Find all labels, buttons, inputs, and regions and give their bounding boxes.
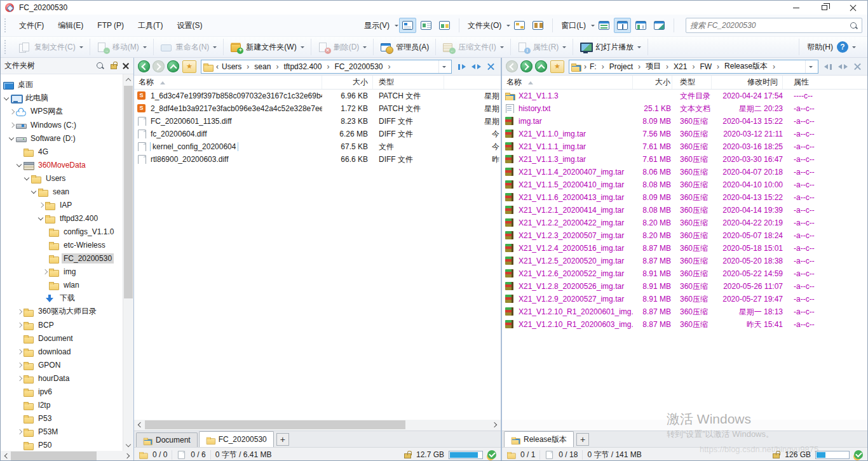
tree-expander-icon[interactable] xyxy=(16,375,24,382)
restore-button[interactable] xyxy=(810,1,839,15)
toolbar-button[interactable]: 删除(D) xyxy=(311,39,374,55)
column-header-type[interactable]: 类型 xyxy=(672,76,712,89)
folder-tab[interactable]: FC_20200530 xyxy=(199,431,274,447)
menu-item[interactable]: 工具(T) xyxy=(131,18,170,33)
toolbar-button[interactable]: 幻灯片播放 xyxy=(573,39,648,55)
toolbar-button[interactable]: 新建文件夹(W) xyxy=(224,39,311,55)
file-row[interactable]: FC_20200601_1135.diff 8.23 KB DIFF 文件 星期 xyxy=(134,115,501,128)
help-button[interactable]: 帮助(H) ? xyxy=(799,39,864,55)
view-menu[interactable]: 显示(V) xyxy=(361,20,398,31)
tree-expander-icon[interactable] xyxy=(24,175,31,182)
scroll-left-arrow[interactable] xyxy=(1,451,11,461)
pane-split-icon[interactable] xyxy=(824,62,833,71)
breadcrumb-segment[interactable]: Project xyxy=(609,62,646,71)
breadcrumb-segment[interactable]: tftpd32.400 xyxy=(283,62,334,71)
tree-item[interactable]: P50 xyxy=(1,438,123,451)
view-large-icons-button[interactable] xyxy=(436,18,453,33)
breadcrumb-segment[interactable]: 项目 xyxy=(646,61,674,72)
file-row[interactable]: X21_V1.2.2_20200422_img.tar 8.20 MB 360压… xyxy=(502,217,867,229)
tree-expander-icon[interactable] xyxy=(37,201,45,209)
pane-split-icon[interactable] xyxy=(457,62,466,71)
menu-item[interactable]: 编辑(E) xyxy=(51,18,90,33)
file-row[interactable]: X21_V1.2.6_20200522_img.tar 8.91 MB 360压… xyxy=(502,267,867,280)
toolbar-button[interactable]: 移动(M) xyxy=(90,39,154,55)
folder-tab[interactable]: Release版本 xyxy=(504,431,574,447)
column-header-size[interactable]: 大小 xyxy=(633,76,672,89)
left-horizontal-scrollbar[interactable] xyxy=(134,420,501,431)
file-row[interactable]: X21_V1.2.10_R1_20200603_img.tar 8.87 MB … xyxy=(502,318,867,331)
file-row[interactable]: X21_V1.1.5_20200410_img.tar 8.08 MB 360压… xyxy=(502,178,867,191)
pane-swap-icon[interactable] xyxy=(471,62,481,71)
toolbar-button[interactable]: 属性(R) xyxy=(511,39,574,55)
column-header-size[interactable]: 大小 xyxy=(322,76,373,89)
menu-item[interactable]: 设置(S) xyxy=(170,18,209,33)
scroll-left-arrow[interactable] xyxy=(134,420,145,430)
tree-expander-icon[interactable] xyxy=(16,348,24,356)
breadcrumb-segment[interactable]: X21 xyxy=(674,62,700,71)
tree-expander-icon[interactable] xyxy=(16,388,24,396)
file-row[interactable]: X21_V1.2.3_20200507_img.tar 8.20 MB 360压… xyxy=(502,229,867,242)
pane-swap-icon[interactable] xyxy=(838,62,848,71)
file-row[interactable]: X21_V1.2.5_20200520_img.tar 8.87 MB 360压… xyxy=(502,255,867,267)
file-row[interactable]: 1_6d3c47e199f397b858c097032e3167c1c32e69… xyxy=(134,90,501,102)
tree-close-icon[interactable] xyxy=(123,62,130,69)
new-tab-button[interactable]: + xyxy=(276,433,289,446)
tree-item[interactable]: IAP xyxy=(1,198,123,211)
new-tab-button[interactable]: + xyxy=(576,433,589,446)
forward-button[interactable] xyxy=(153,60,165,72)
tree-item[interactable]: 4G xyxy=(1,145,123,158)
tree-item[interactable]: GPON xyxy=(1,358,123,371)
toolbar-button[interactable]: 管理员(A) xyxy=(374,39,436,55)
folder-grid-button[interactable] xyxy=(511,18,528,33)
back-button[interactable] xyxy=(506,60,518,72)
tree-item[interactable]: FC_20200530 xyxy=(1,251,123,265)
tree-expander-icon[interactable] xyxy=(41,241,49,249)
tree-expander-icon[interactable] xyxy=(16,308,24,316)
file-row[interactable]: X21_V1.1.4_20200407_img.tar 8.06 MB 360压… xyxy=(502,166,867,178)
window-menu[interactable]: 窗口(L) xyxy=(558,20,595,31)
tree-item[interactable]: Software (D:) xyxy=(1,131,123,145)
tree-item[interactable]: ipv6 xyxy=(1,385,123,398)
file-row[interactable]: X21_V1.1.0_img.tar 7.56 MB 360压缩 2020-03… xyxy=(502,128,867,140)
tree-item[interactable]: BCP xyxy=(1,318,123,331)
file-row[interactable]: fc_20200604.diff 6.26 MB DIFF 文件 今 xyxy=(134,128,501,140)
tree-item[interactable]: sean xyxy=(1,185,123,198)
file-row[interactable]: img.tar 8.09 MB 360压缩 2020-04-13 15:22 -… xyxy=(502,115,867,128)
minimize-button[interactable] xyxy=(782,1,810,15)
tree-vertical-scrollbar[interactable] xyxy=(123,74,133,451)
file-row[interactable]: X21_V1.2.9_20200527_img.tar 8.91 MB 360压… xyxy=(502,293,867,305)
tree-item[interactable]: wlan xyxy=(1,278,123,291)
breadcrumb-dropdown[interactable] xyxy=(438,60,449,73)
folder-tab[interactable]: Document xyxy=(136,432,198,447)
search-icon[interactable] xyxy=(850,22,858,30)
tree-expander-icon[interactable] xyxy=(41,255,49,262)
tree-expander-icon[interactable] xyxy=(16,441,24,449)
tree-item[interactable]: Windows (C:) xyxy=(1,118,123,131)
breadcrumb-segment[interactable]: sean xyxy=(254,62,283,71)
file-row[interactable]: X21_V1.2.4_20200516_img.tar 8.87 MB 360压… xyxy=(502,242,867,255)
layout-single-button[interactable] xyxy=(651,18,668,33)
tree-item[interactable]: hourData xyxy=(1,371,123,385)
file-row[interactable]: X21_V1.2.8_20200526_img.tar 8.91 MB 360压… xyxy=(502,280,867,293)
tree-expander-icon[interactable] xyxy=(31,188,38,196)
folder-columns-button[interactable] xyxy=(529,18,546,33)
file-row[interactable]: X21_V1.2.10_R1_20200601_img.tar 8.87 MB … xyxy=(502,305,867,318)
file-row[interactable]: X21_V1.1.3_img.tar 7.61 MB 360压缩 2020-03… xyxy=(502,153,867,166)
toolbar-button[interactable]: 重命名(N) xyxy=(154,39,224,55)
column-header-type[interactable]: 类型 xyxy=(373,76,444,89)
scrollbar-thumb[interactable] xyxy=(11,451,97,460)
column-header-modified[interactable]: 修改时间 xyxy=(712,76,783,89)
up-button[interactable] xyxy=(167,60,179,72)
tree-expander-icon[interactable] xyxy=(16,148,24,156)
tree-expander-icon[interactable] xyxy=(8,108,16,116)
layout-horizontal-button[interactable] xyxy=(595,18,613,33)
toolbar-button[interactable]: 复制文件(C) xyxy=(12,39,90,55)
tree-expander-icon[interactable] xyxy=(16,335,24,342)
column-header-name[interactable]: 名称 xyxy=(502,76,633,89)
tree-expander-icon[interactable] xyxy=(41,268,49,276)
tree-expander-icon[interactable] xyxy=(16,428,24,436)
tree-search-icon[interactable] xyxy=(96,62,104,70)
tree-item[interactable]: 桌面 xyxy=(1,78,123,91)
tree-expander-icon[interactable] xyxy=(8,135,16,142)
scrollbar-thumb[interactable] xyxy=(145,420,405,429)
